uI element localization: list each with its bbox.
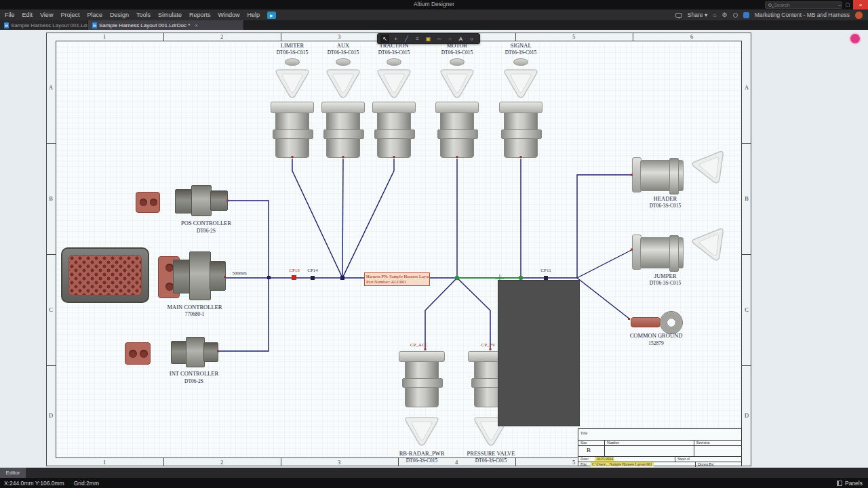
connector-body — [326, 113, 360, 158]
connector-name: AUX — [321, 42, 365, 49]
titleblock-number-label: Number — [607, 441, 619, 445]
move-tool-button[interactable]: + — [391, 35, 400, 43]
placed-rectangle[interactable] — [498, 280, 580, 426]
zone-tick — [281, 458, 281, 466]
cursor-tool-button[interactable]: ↖ — [380, 35, 389, 43]
document-icon — [4, 22, 9, 28]
wedge-seal — [438, 67, 476, 100]
share-button[interactable]: Share ▾ — [688, 12, 707, 18]
editor-mode-tab[interactable]: Editor — [0, 468, 26, 478]
wire-length-label[interactable]: 500mm — [220, 270, 258, 276]
connector-part: DT06-3S-C015 — [635, 280, 696, 286]
harness-pn-label[interactable]: Harness PN: Sample Harness Layout Part N… — [364, 272, 430, 286]
wedge-seal — [273, 67, 311, 100]
close-button[interactable]: × — [853, 0, 868, 9]
tap-tool-button[interactable]: ▣ — [424, 35, 433, 43]
wedge-seal — [402, 415, 441, 447]
connector-motor[interactable]: MOTOR DT06-3S-C015 — [435, 42, 479, 159]
connector-aux[interactable]: AUX DT06-3S-C015 — [321, 42, 365, 159]
cp13-label[interactable]: CP13 — [285, 268, 304, 273]
titleblock-date-value: 10/25/2024 — [595, 457, 614, 461]
menu-place[interactable]: Place — [87, 12, 102, 18]
tab-document-2-active[interactable]: Sample Harness Layout 001.LdrDoc * × — [88, 20, 244, 30]
connector-signal[interactable]: SIGNAL DT06-3S-C015 — [499, 42, 542, 159]
connector-int-controller[interactable]: INT CONTROLLER DT06-2S — [114, 335, 250, 389]
titleblock-size-label: Size — [580, 441, 587, 445]
menu-design[interactable]: Design — [110, 12, 129, 18]
cp-pv-label[interactable]: CP_PV — [476, 342, 500, 348]
connector-main-controller[interactable]: MAIN CONTROLLER 770680-1 — [60, 245, 236, 320]
menu-window[interactable]: Window — [218, 12, 239, 18]
cp14-label[interactable]: CP14 — [303, 268, 322, 273]
workspace-name[interactable]: Marketing Content - MB and Harness — [755, 12, 850, 18]
minimize-button[interactable]: – — [835, 0, 844, 9]
tab-close-icon[interactable]: × — [195, 22, 198, 28]
place-bundle-button[interactable]: ≡ — [413, 35, 422, 43]
user-avatar[interactable] — [855, 12, 863, 19]
connector-traction[interactable]: TRACTION DT06-3S-C015 — [372, 42, 416, 159]
tab-label: Sample Harness Layout 001.LdrDoc * — [99, 22, 190, 28]
text-tool-button[interactable]: A — [456, 35, 465, 43]
connector-body — [377, 113, 411, 158]
arc-tool-button[interactable]: ~ — [446, 35, 454, 43]
connector-body — [504, 113, 538, 158]
menu-edit[interactable]: Edit — [22, 12, 33, 18]
app-title: Altium Designer — [0, 1, 868, 7]
zone-tick — [46, 254, 56, 255]
connector-name: MAIN CONTROLLER — [140, 304, 249, 310]
zone-column-label: 1 — [98, 33, 111, 40]
connector-part: DT06-3S-C015 — [499, 49, 542, 56]
zone-column-label: 3 — [332, 33, 346, 40]
title-block[interactable]: Title Size Number Revision B Date: 10/25… — [578, 428, 742, 466]
menu-project[interactable]: Project — [60, 12, 79, 18]
connector-header[interactable]: HEADER DT06-3S-C015 — [632, 153, 734, 213]
wedge-seal — [688, 147, 736, 191]
home-icon[interactable]: ⌂ — [713, 12, 716, 18]
menu-simulate[interactable]: Simulate — [158, 12, 182, 18]
connector-flange — [399, 351, 445, 362]
line-tool-button[interactable]: ─ — [435, 35, 443, 43]
workspace-icon — [743, 12, 749, 18]
harness-editor-canvas[interactable]: 1 2 3 4 5 6 1 2 3 4 5 6 A B C D A B C D … — [0, 0, 868, 488]
settings-gear-icon[interactable]: ⚙ — [722, 12, 728, 18]
menu-bar: File Edit View Project Place Design Tool… — [0, 9, 868, 20]
panels-button[interactable]: Panels — [837, 480, 863, 487]
terminal-common-ground[interactable]: COMMON GROUND 152879 — [623, 308, 701, 350]
titleblock-file-label: File: — [580, 462, 587, 466]
connector-limiter[interactable]: LIMITER DT06-3S-C015 — [271, 42, 314, 159]
connector-part: DT06-3S-C015 — [635, 203, 696, 209]
maximize-button[interactable]: ▢ — [844, 0, 852, 9]
connector-part: DT06-3S-C015 — [321, 49, 365, 56]
connector-name: SIGNAL — [499, 42, 542, 49]
notifications-icon[interactable] — [733, 13, 738, 18]
cp11-label[interactable]: CP11 — [536, 268, 555, 273]
search-input[interactable] — [774, 2, 833, 8]
circle-tool-button[interactable]: ○ — [467, 35, 476, 43]
connector-part: DT06-3S-C015 — [372, 49, 416, 56]
cp-acc-label[interactable]: CP_ACC — [406, 342, 433, 348]
connector-cap — [285, 58, 300, 66]
menu-view[interactable]: View — [40, 12, 53, 18]
zone-row-label: D — [743, 412, 751, 419]
connector-cap — [513, 58, 528, 66]
collaborator-avatar[interactable] — [850, 34, 860, 43]
comments-icon[interactable] — [675, 13, 682, 18]
tab-document-1[interactable]: Sample Harness Layout 001.LdrDoc * — [0, 20, 88, 30]
menu-help[interactable]: Help — [248, 12, 260, 18]
mating-connector — [136, 192, 160, 213]
connector-body — [640, 237, 684, 268]
menu-reports[interactable]: Reports — [189, 12, 211, 18]
global-search[interactable] — [765, 1, 842, 9]
connector-pos-controller[interactable]: POS CONTROLLER DT06-2S — [125, 183, 260, 237]
menu-file[interactable]: File — [5, 12, 15, 18]
connector-rb-radar-pwr[interactable]: RB-RADAR_PWR DT06-3S-C015 — [399, 350, 445, 466]
wedge-seal — [502, 67, 540, 100]
wire-icon: ╱ — [405, 36, 408, 42]
run-button[interactable]: ▶ — [267, 12, 276, 19]
titleblock-drawn-label: Drawn By: — [698, 462, 714, 466]
panels-icon — [837, 481, 842, 486]
place-wire-button[interactable]: ╱ — [402, 35, 411, 43]
connector-jumper[interactable]: JUMPER DT06-3S-C015 — [632, 230, 734, 290]
menu-tools[interactable]: Tools — [136, 12, 151, 18]
connector-name: JUMPER — [635, 272, 696, 279]
